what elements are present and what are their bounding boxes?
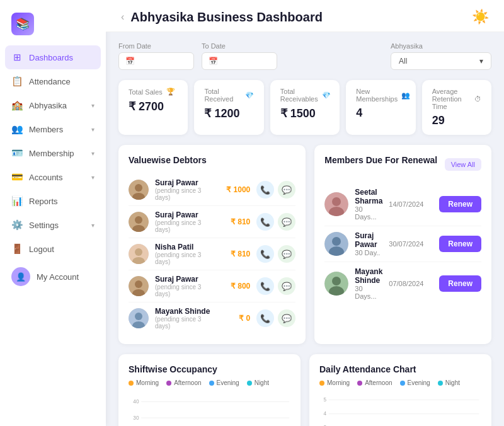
debtors-panel-title: Valuewise Debtors: [129, 155, 295, 165]
svg-point-19: [332, 237, 341, 246]
legend-label: Night: [445, 379, 460, 386]
renewal-item: Mayank Shinde 30 Days... 07/08/2024 Rene…: [324, 262, 481, 305]
call-button[interactable]: 📞: [256, 245, 274, 263]
svg-text:4: 4: [323, 411, 326, 417]
avatar: [129, 276, 149, 296]
back-button[interactable]: ‹: [121, 11, 124, 23]
abhyasika-select[interactable]: All ▾: [391, 52, 491, 70]
main-area: ‹ Abhyasika Business Dashboard ☀️ From D…: [106, 0, 504, 426]
avatar: [324, 272, 348, 296]
to-date-input[interactable]: 📅: [202, 52, 277, 70]
stat-label-text: New Memberships: [356, 88, 398, 103]
daily-attendance-chart-panel: Daily Attendance Chart Morning Afternoon…: [309, 354, 491, 426]
debtors-list: Suraj Pawar (pending since 3 days) ₹ 100…: [129, 174, 295, 334]
stat-label-text: Total Receivables: [280, 88, 318, 103]
call-button[interactable]: 📞: [256, 213, 274, 231]
members-icon: 👥: [401, 91, 410, 100]
debtor-name: Suraj Pawar: [155, 210, 212, 219]
sidebar-item-accounts[interactable]: 💳 Accounts ▾: [0, 165, 106, 189]
shiftwise-chart-svg: 40 30 20 10 0 July: [129, 391, 290, 426]
legend-label: Afternoon: [174, 379, 201, 386]
renewal-date: 07/08/2024: [389, 280, 433, 287]
sidebar-item-logout[interactable]: 🚪 Logout: [0, 237, 106, 261]
renewal-days: 30 Days...: [355, 205, 382, 221]
abhyasika-icon: 🏫: [11, 100, 23, 111]
view-all-button[interactable]: View All: [445, 158, 481, 171]
avatar: [324, 192, 348, 216]
whatsapp-button[interactable]: 💬: [278, 213, 295, 231]
stat-value: ₹ 1200: [204, 106, 253, 120]
chevron-down-icon: ▾: [91, 174, 94, 181]
content-area: From Date 📅 To Date 📅 Abhyasika All ▾: [106, 32, 504, 426]
abhyasika-label: Abhyasika: [391, 42, 491, 50]
debtor-name: Suraj Pawar: [155, 275, 212, 284]
debtor-amount: ₹ 0: [219, 314, 250, 323]
renewal-date: 30/07/2024: [389, 240, 433, 248]
debtor-name: Suraj Pawar: [155, 178, 212, 187]
sidebar-item-dashboards[interactable]: ⊞ Dashboards: [5, 45, 101, 69]
renew-button[interactable]: Renew: [439, 236, 481, 252]
avatar: [324, 232, 348, 256]
debtor-amount: ₹ 1000: [219, 185, 250, 194]
svg-point-22: [332, 277, 341, 285]
whatsapp-button[interactable]: 💬: [278, 309, 295, 327]
stat-value: ₹ 1500: [280, 106, 329, 120]
sidebar-item-membership[interactable]: 🪪 Membership ▾: [0, 141, 106, 165]
svg-point-1: [135, 184, 142, 192]
sidebar-item-myaccount[interactable]: 👤 My Account: [0, 261, 106, 292]
stat-label-text: Total Received: [204, 88, 241, 103]
renew-button[interactable]: Renew: [439, 275, 481, 292]
whatsapp-button[interactable]: 💬: [278, 181, 295, 199]
stat-card-retention: Average Retention Time ⏱ 29: [422, 80, 491, 135]
renewal-member-name: Suraj Pawar: [355, 231, 382, 249]
call-button[interactable]: 📞: [256, 181, 274, 199]
renewal-panel: Members Due For Renewal View All Seetal …: [314, 145, 491, 344]
chevron-down-icon: ▾: [479, 57, 483, 66]
sidebar: 📚 ⊞ Dashboards 📋 Attendance 🏫 Abhyasika …: [0, 0, 106, 426]
calendar-icon: 📅: [209, 57, 218, 66]
logout-icon: 🚪: [11, 243, 23, 255]
chevron-down-icon: ▾: [91, 222, 94, 229]
attendance-icon: 📋: [11, 76, 23, 87]
charts-row: Shiftwise Occupancy Morning Afternoon Ev…: [118, 354, 491, 426]
daily-attendance-title: Daily Attendance Chart: [319, 364, 481, 374]
renew-button[interactable]: Renew: [439, 196, 481, 212]
sidebar-item-attendance[interactable]: 📋 Attendance: [0, 69, 106, 93]
accounts-icon: 💳: [11, 171, 23, 183]
avatar: [129, 180, 149, 200]
legend-label: Evening: [408, 379, 430, 386]
renewal-days: 30 Day..: [355, 249, 382, 256]
filters-bar: From Date 📅 To Date 📅 Abhyasika All ▾: [118, 42, 491, 70]
legend-label: Night: [255, 379, 269, 386]
avatar: 👤: [11, 267, 30, 286]
diamond-icon: 💎: [245, 91, 254, 100]
valuewise-debtors-panel: Valuewise Debtors Suraj Pawar (pending s…: [118, 145, 306, 344]
from-date-group: From Date 📅: [118, 42, 194, 70]
stat-value: ₹ 2700: [129, 100, 178, 113]
debtor-amount: ₹ 800: [219, 282, 250, 291]
logo-icon: 📚: [11, 13, 34, 35]
sidebar-item-reports[interactable]: 📊 Reports: [0, 189, 106, 213]
reports-icon: 📊: [11, 195, 23, 207]
svg-point-16: [332, 197, 341, 206]
legend-label: Evening: [217, 379, 239, 386]
sidebar-item-settings[interactable]: ⚙️ Settings ▾: [0, 213, 106, 237]
trophy-icon: 🏆: [166, 88, 175, 96]
call-button[interactable]: 📞: [256, 277, 274, 295]
from-date-input[interactable]: 📅: [118, 52, 194, 70]
debtor-amount: ₹ 810: [219, 217, 250, 226]
legend-label: Afternoon: [365, 379, 392, 386]
whatsapp-button[interactable]: 💬: [278, 277, 295, 295]
legend-label: Morning: [136, 379, 159, 386]
sidebar-item-members[interactable]: 👥 Members ▾: [0, 117, 106, 141]
stats-row: Total Sales 🏆 ₹ 2700 Total Received 💎 ₹ …: [118, 80, 491, 135]
sidebar-item-abhyasika[interactable]: 🏫 Abhyasika ▾: [0, 93, 106, 117]
app-logo: 📚: [0, 8, 106, 45]
svg-point-4: [135, 216, 142, 224]
whatsapp-button[interactable]: 💬: [278, 245, 295, 263]
stat-value: 29: [432, 114, 481, 127]
debtor-item: Mayank Shinde (pending since 3 days) ₹ 0…: [129, 302, 295, 334]
daily-attendance-legend: Morning Afternoon Evening Night: [319, 379, 481, 386]
call-button[interactable]: 📞: [256, 309, 274, 327]
to-date-label: To Date: [202, 42, 277, 50]
